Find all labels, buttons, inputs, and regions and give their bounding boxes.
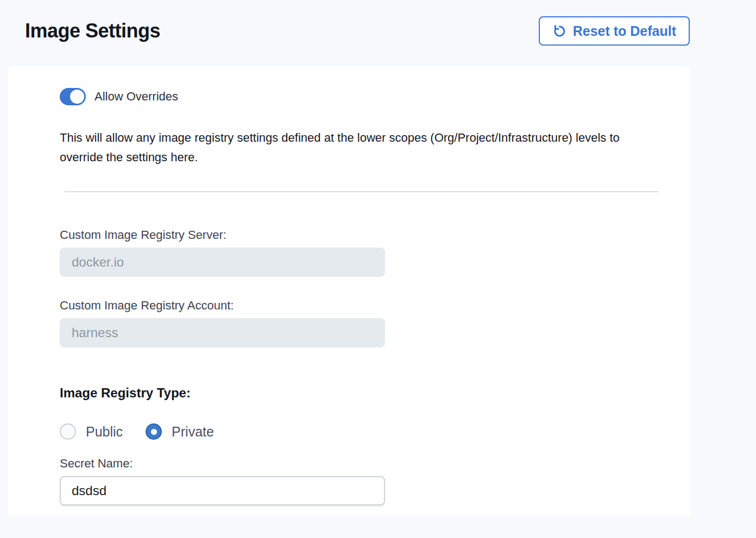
reset-button-label: Reset to Default [573, 23, 676, 39]
secret-name-label: Secret Name: [60, 457, 667, 471]
radio-option-private[interactable]: Private [146, 423, 214, 440]
registry-account-input[interactable] [60, 318, 385, 347]
registry-account-label: Custom Image Registry Account: [60, 299, 667, 313]
registry-server-label: Custom Image Registry Server: [60, 228, 667, 242]
image-settings-card: Allow Overrides This will allow any imag… [8, 66, 690, 516]
page-title: Image Settings [25, 20, 160, 42]
radio-private-circle [146, 423, 162, 440]
reset-to-default-button[interactable]: Reset to Default [539, 16, 690, 46]
radio-option-public[interactable]: Public [60, 423, 123, 440]
allow-overrides-row: Allow Overrides [60, 88, 667, 105]
radio-private-dot [151, 429, 157, 435]
registry-type-options: Public Private [60, 423, 667, 440]
registry-type-label: Image Registry Type: [60, 385, 667, 401]
reset-icon [552, 24, 567, 39]
allow-overrides-toggle[interactable] [60, 88, 86, 105]
allow-overrides-label: Allow Overrides [94, 90, 178, 104]
secret-name-input[interactable] [60, 476, 385, 505]
section-divider [65, 191, 658, 192]
radio-public-label: Public [86, 424, 123, 440]
toggle-knob [70, 90, 84, 104]
registry-server-input[interactable] [60, 248, 385, 277]
radio-private-label: Private [172, 424, 214, 440]
radio-public-circle [60, 423, 76, 440]
page-header: Image Settings Reset to Default [0, 0, 756, 46]
overrides-description: This will allow any image registry setti… [60, 128, 665, 167]
